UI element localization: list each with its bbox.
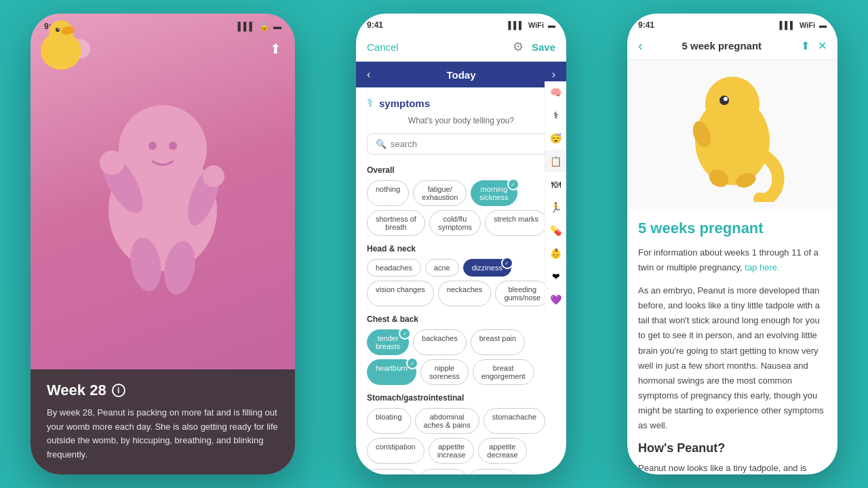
head-neck-tags: headaches acne dizziness vision changes … (356, 256, 566, 309)
search-input[interactable] (391, 139, 547, 149)
tag-breast-pain[interactable]: breast pain (471, 329, 525, 355)
time-2: 9:41 (367, 20, 383, 30)
tag-bloating[interactable]: bloating (367, 408, 411, 434)
article-subheading: How's Peanut? (638, 441, 827, 455)
phone-3: 9:41 ▌▌▌ WiFi ▬ ‹ 5 week pregnant ⬆ ✕ (627, 14, 837, 474)
article-nav: ‹ 5 week pregnant ⬆ ✕ (627, 33, 837, 60)
tag-nipple-soreness[interactable]: nipplesoreness (420, 359, 469, 385)
info-icon[interactable]: i (112, 384, 125, 397)
tag-morning-sickness[interactable]: morningsickness (471, 180, 517, 206)
week-description: By week 28, Peanut is packing on more fa… (47, 406, 279, 462)
tag-tender-breasts[interactable]: tenderbreasts (367, 329, 409, 355)
status-bar-3: 9:41 ▌▌▌ WiFi ▬ (627, 14, 837, 33)
tag-backaches[interactable]: backaches (413, 329, 467, 355)
status-bar-2: 9:41 ▌▌▌ WiFi ▬ (356, 14, 566, 33)
tag-headaches[interactable]: headaches (367, 259, 421, 277)
symptoms-icon: ⚕ (367, 96, 374, 110)
section-chest-back: Chest & back (356, 309, 566, 327)
symptoms-subtitle: What's your body telling you? (356, 113, 566, 131)
share-icon[interactable]: ⬆ (270, 41, 281, 57)
stomach-tags: bloating abdominalaches & pains stomacha… (356, 405, 566, 466)
tag-cold-flu[interactable]: cold/flusymptoms (429, 210, 481, 236)
sidebar-icon-run[interactable]: 🏃 (545, 197, 566, 218)
tag-vision-changes[interactable]: vision changes (367, 281, 434, 306)
svg-point-10 (203, 165, 224, 187)
search-icon: 🔍 (376, 139, 387, 149)
svg-point-16 (705, 77, 760, 131)
share-icon-3[interactable]: ⬆ (801, 39, 810, 52)
phone-1: 9:41 ▌▌▌ 🔒 ▬ Close ⬆ (31, 14, 295, 474)
tag-appetite-decrease[interactable]: appetitedecrease (478, 438, 526, 464)
tag-abdominal[interactable]: abdominalaches & pains (415, 408, 479, 434)
article-content[interactable]: 5 weeks pregnant For information about w… (627, 209, 837, 474)
baby-image-area (31, 34, 295, 346)
close-icon-3[interactable]: ✕ (818, 39, 827, 52)
back-button[interactable]: ‹ (638, 38, 643, 54)
tag-heartburn[interactable]: heartburn (367, 359, 416, 385)
next-date-button[interactable]: › (552, 68, 555, 81)
tag-fatigue[interactable]: fatigue/exhaustion (413, 180, 467, 206)
sidebar-icon-heart2[interactable]: 💜 (545, 289, 566, 310)
settings-icon[interactable]: ⚙ (513, 39, 524, 54)
tag-stretch-marks[interactable]: stretch marks (485, 210, 547, 236)
tap-here-link[interactable]: tap here. (745, 262, 779, 272)
wifi-3: WiFi (800, 21, 815, 29)
cancel-button[interactable]: Cancel (367, 41, 399, 53)
sidebar-icon-medical[interactable]: ⚕ (545, 104, 566, 126)
symptoms-header: ⚕ symptoms (356, 87, 566, 113)
embryo-image-area (627, 60, 837, 209)
sidebar-icons: 🧠 ⚕ 😴 📋 🍽 🏃 💊 👶 ❤ 💜 (545, 81, 566, 310)
tag-constipation[interactable]: constipation (367, 438, 425, 464)
today-label: Today (446, 69, 475, 81)
tag-neckaches[interactable]: neckaches (438, 281, 492, 306)
section-overall: Overall (356, 160, 566, 178)
tag-stomachache[interactable]: stomachache (484, 408, 545, 434)
sidebar-icon-brain[interactable]: 🧠 (545, 81, 566, 103)
svg-point-13 (149, 142, 157, 150)
article-title: 5 weeks pregnant (638, 220, 827, 237)
nav-right-icons: ⬆ ✕ (801, 39, 827, 52)
svg-point-4 (58, 28, 59, 30)
tag-flatulence[interactable]: flatulence (367, 469, 416, 474)
tag-vomiting[interactable]: vomiting (470, 469, 515, 474)
save-button[interactable]: Save (532, 41, 555, 53)
sidebar-icon-food[interactable]: 🍽 (545, 174, 566, 195)
time-3: 9:41 (638, 20, 654, 30)
tag-breast-engorgement[interactable]: breastengorgement (473, 359, 534, 385)
sidebar-icon-baby[interactable]: 👶 (545, 243, 566, 264)
duck-decoration (31, 14, 92, 75)
stomach-tags-2: flatulence cravings vomiting (356, 466, 566, 474)
overall-tags: nothing fatigue/exhaustion morningsickne… (356, 178, 566, 239)
tag-bleeding-gums[interactable]: bleedinggums/nose (495, 281, 549, 306)
article-text-3: Peanut now looks like a tiny tadpole, an… (638, 461, 827, 474)
article-nav-title: 5 week pregnant (682, 40, 762, 52)
sidebar-icon-checklist[interactable]: 📋 (545, 150, 566, 172)
battery-2: ▬ (548, 21, 555, 29)
article-text-1: For information about weeks 1 through 11… (638, 245, 827, 275)
sidebar-icon-pill[interactable]: 💊 (545, 220, 566, 241)
phone-2: 9:41 ▌▌▌ WiFi ▬ Cancel ⚙ Save ‹ Today › … (356, 14, 566, 474)
symptoms-scroll[interactable]: Overall nothing fatigue/exhaustion morni… (356, 160, 566, 474)
prev-date-button[interactable]: ‹ (367, 68, 370, 81)
nav-actions: ⚙ Save (513, 39, 555, 54)
tag-shortness[interactable]: shortness ofbreath (367, 210, 425, 236)
signal-icon: ▌▌▌ (237, 22, 255, 31)
search-bar[interactable]: 🔍 (367, 134, 555, 155)
sidebar-icon-heart1[interactable]: ❤ (545, 266, 566, 287)
baby-illustration (68, 61, 258, 319)
section-stomach: Stomach/gastrointestinal (356, 388, 566, 405)
tag-nothing[interactable]: nothing (367, 180, 409, 206)
tag-acne[interactable]: acne (425, 259, 459, 277)
nav-bar-2: Cancel ⚙ Save (356, 33, 566, 62)
embryo-illustration (665, 66, 800, 202)
section-head-neck: Head & neck (356, 239, 566, 256)
wifi-2: WiFi (528, 21, 544, 29)
week-info-panel: Week 28 i By week 28, Peanut is packing … (31, 369, 295, 474)
tag-dizziness[interactable]: dizziness (463, 259, 511, 277)
tag-appetite-increase[interactable]: appetiteincrease (429, 438, 475, 464)
sidebar-icon-sleep[interactable]: 😴 (545, 127, 566, 149)
battery-3: ▬ (819, 21, 827, 29)
tag-cravings[interactable]: cravings (420, 469, 466, 474)
week-title: Week 28 i (47, 382, 279, 399)
svg-point-18 (724, 97, 728, 101)
